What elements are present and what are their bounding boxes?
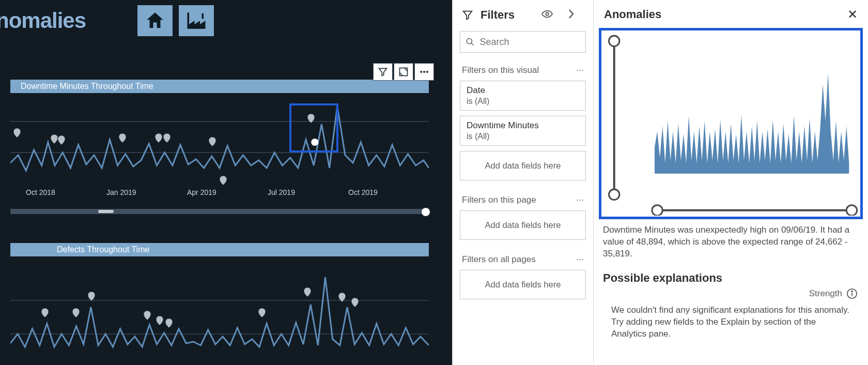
anomaly-marker[interactable] — [351, 298, 359, 307]
anomaly-marker[interactable] — [163, 133, 171, 143]
anomaly-selection-box — [289, 103, 338, 153]
section-more-icon[interactable]: ··· — [577, 195, 584, 205]
canvas-header: nomalies — [0, 0, 452, 41]
more-options-icon[interactable] — [414, 63, 434, 81]
anomaly-marker[interactable] — [13, 128, 21, 138]
section-label-text: Filters on this page — [462, 195, 577, 205]
anomaly-marker[interactable] — [72, 308, 80, 317]
filter-card-downtime[interactable]: Downtime Minutes is (All) — [460, 116, 586, 146]
svg-point-13 — [609, 189, 619, 200]
section-label-text: Filters on this visual — [462, 65, 577, 75]
anomaly-marker[interactable] — [165, 318, 173, 328]
x-tick: Jul 2019 — [268, 188, 348, 196]
svg-point-2 — [423, 71, 425, 72]
x-tick: Jan 2019 — [106, 188, 187, 196]
report-canvas: nomalies Downtime Minutes Throughout Tim… — [0, 0, 452, 365]
visual-downtime[interactable]: Downtime Minutes Throughout Time Oct 20 — [10, 80, 429, 202]
anomaly-marker[interactable] — [304, 287, 311, 297]
filters-title: Filters — [481, 8, 536, 22]
preview-icon[interactable] — [541, 8, 560, 22]
section-label-text: Filters on all pages — [462, 254, 577, 265]
close-icon[interactable]: ✕ — [847, 7, 858, 22]
anomaly-marker[interactable] — [144, 311, 151, 320]
focus-mode-icon[interactable] — [394, 63, 413, 81]
visual-title: Downtime Minutes Throughout Time — [10, 80, 429, 93]
x-tick: Oct 2019 — [348, 188, 429, 196]
svg-point-10 — [467, 38, 472, 43]
anomalies-header: Anomalies ✕ — [594, 0, 868, 28]
strength-row: Strength — [594, 288, 868, 302]
svg-point-9 — [546, 12, 549, 16]
anomaly-thumbnail[interactable] — [599, 28, 863, 219]
add-fields-visual[interactable]: Add data fields here — [460, 151, 586, 180]
svg-point-16 — [846, 205, 857, 216]
thumbnail-chart — [602, 32, 859, 216]
add-fields-all[interactable]: Add data fields here — [460, 270, 586, 299]
explanation-empty-text: We couldn't find any significant explana… — [594, 302, 868, 340]
add-fields-page[interactable]: Add data fields here — [460, 210, 586, 240]
anomaly-description: Downtime Minutes was unexpectedly high o… — [594, 219, 868, 269]
svg-point-15 — [652, 205, 662, 216]
anomaly-marker[interactable] — [41, 308, 49, 317]
anomalies-pane: Anomalies ✕ Downtime Minutes was unexpec… — [593, 0, 868, 365]
x-tick: Apr 2019 — [187, 188, 268, 196]
anomaly-marker[interactable] — [58, 135, 65, 145]
visual-scroll-thumb[interactable] — [98, 210, 114, 213]
filter-value: is (All) — [467, 132, 579, 141]
filter-card-date[interactable]: Date is (All) — [460, 81, 586, 111]
section-visual: Filters on this visual ··· — [453, 62, 593, 81]
page-title: nomalies — [0, 8, 86, 33]
home-button[interactable] — [137, 5, 173, 36]
strength-label: Strength — [809, 288, 842, 299]
line-chart — [10, 93, 429, 186]
possible-explanations-heading: Possible explanations — [594, 269, 868, 288]
svg-point-12 — [609, 36, 619, 46]
section-all: Filters on all pages ··· — [453, 251, 593, 270]
factory-button[interactable] — [179, 5, 214, 36]
filter-name: Downtime Minutes — [467, 120, 579, 131]
visual-plot-defects[interactable] — [10, 256, 429, 360]
filter-name: Date — [467, 85, 579, 96]
svg-point-19 — [851, 291, 853, 292]
anomaly-marker[interactable] — [88, 292, 95, 301]
visual-plot-downtime[interactable]: Oct 2018 Jan 2019 Apr 2019 Jul 2019 Oct … — [10, 93, 429, 202]
section-more-icon[interactable]: ··· — [577, 254, 584, 265]
anomaly-marker[interactable] — [338, 293, 346, 302]
svg-rect-0 — [400, 68, 408, 76]
anomalies-title: Anomalies — [604, 8, 847, 21]
filter-value: is (All) — [467, 97, 579, 106]
visual-title: Defects Throughout Time — [10, 243, 429, 256]
section-page: Filters on this page ··· — [453, 192, 593, 210]
svg-point-3 — [426, 71, 428, 72]
search-input[interactable] — [480, 37, 580, 48]
search-icon — [466, 37, 475, 47]
filter-icon — [462, 9, 473, 21]
anomaly-marker[interactable] — [209, 137, 216, 146]
x-tick: Oct 2018 — [26, 188, 106, 196]
anomaly-marker[interactable] — [51, 134, 58, 144]
filters-pane-header: Filters — [453, 5, 593, 31]
anomaly-marker[interactable] — [119, 133, 126, 143]
filters-pane: Filters Filters on this visual ··· Date … — [452, 0, 593, 365]
section-more-icon[interactable]: ··· — [577, 65, 584, 75]
scroll-end-handle[interactable] — [422, 208, 430, 216]
x-axis: Oct 2018 Jan 2019 Apr 2019 Jul 2019 Oct … — [26, 188, 429, 196]
anomaly-marker[interactable] — [220, 176, 227, 185]
anomaly-marker[interactable] — [155, 133, 162, 143]
svg-point-1 — [421, 71, 422, 72]
anomaly-marker[interactable] — [258, 308, 266, 317]
filters-search[interactable] — [460, 31, 586, 53]
anomaly-marker[interactable] — [156, 316, 163, 325]
collapse-pane-icon[interactable] — [565, 8, 584, 22]
visual-filter-icon[interactable] — [373, 63, 393, 81]
info-icon[interactable] — [846, 288, 858, 299]
visual-defects[interactable]: Defects Throughout Time — [10, 243, 429, 360]
visual-scroll-track[interactable] — [10, 209, 429, 214]
visual-toolbar — [373, 63, 434, 81]
